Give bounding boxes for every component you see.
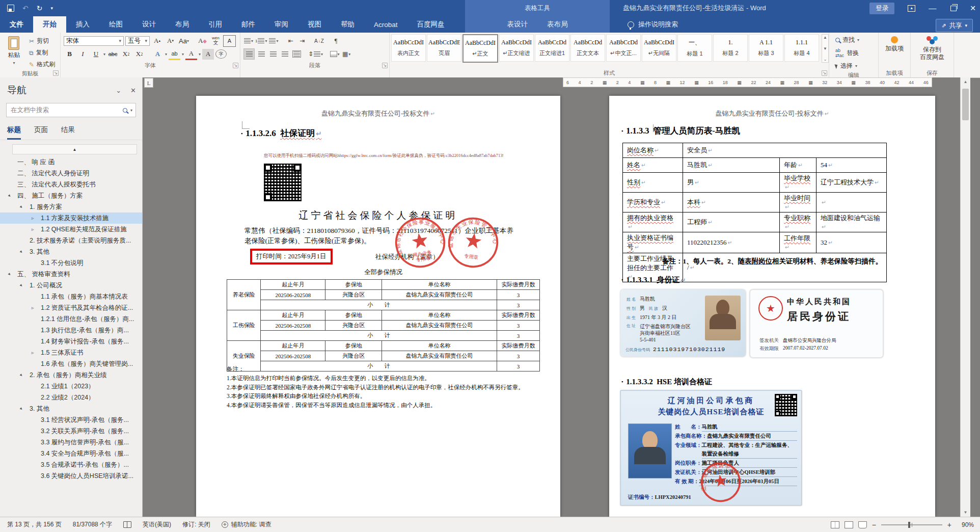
heading-item[interactable]: 1.1 方案及安装技术措施 (0, 212, 142, 224)
navigation-tab[interactable]: 页面 (34, 125, 48, 140)
contextual-tab[interactable]: 表设计 (498, 16, 538, 33)
vertical-scrollbar[interactable]: ▲ ▼ (960, 77, 970, 517)
heading-item[interactable]: 1.6 承包（服务）商关键管理岗... (0, 358, 142, 369)
dialog-launcher-icon[interactable]: ↘ (233, 63, 238, 68)
ribbon-tab[interactable]: 设计 (132, 16, 166, 33)
read-mode-icon[interactable] (831, 521, 839, 528)
cut-button[interactable]: ✂剪切 (27, 36, 57, 46)
font-size-combo[interactable]: 五号▾ (125, 36, 150, 46)
heading-item[interactable]: 1.3 执行信息-承包（服务）商... (0, 325, 142, 336)
character-shading-button[interactable]: A (202, 49, 214, 60)
heading-item[interactable]: 3.1 不分包说明 (0, 257, 142, 269)
strikethrough-button[interactable]: abc (107, 49, 119, 60)
heading-item[interactable]: 1. 服务方案 (0, 201, 142, 212)
change-case-button[interactable]: Aa▾ (178, 36, 190, 46)
contextual-tab[interactable]: 表布局 (537, 16, 578, 33)
numbered-list-button[interactable]: 1▾ (255, 36, 267, 46)
proofing-status[interactable] (123, 521, 131, 528)
language-indicator[interactable]: 英语(美国) (143, 520, 171, 529)
save-icon[interactable] (7, 5, 14, 12)
heading-item[interactable]: 1.2 QHSE相关规范及保证措施 (0, 224, 142, 235)
align-left-button[interactable] (243, 48, 255, 60)
dialog-launcher-icon[interactable]: ↘ (53, 70, 59, 76)
qat-customize-icon[interactable]: ▾ (50, 6, 53, 11)
navigation-tab[interactable]: 标题 (7, 125, 21, 140)
text-effects-button[interactable]: A (152, 49, 164, 60)
hse-cert-heading[interactable]: 1.1.3.3.2 HSE 培训合格证 (621, 377, 712, 387)
justify-button[interactable] (280, 49, 290, 59)
italic-button[interactable]: I (77, 49, 89, 60)
document-area[interactable]: L 642▦24▦8▦12▦1618▦2224▦28▦3234▦38404244… (143, 77, 970, 517)
align-right-button[interactable] (268, 49, 278, 59)
style-item[interactable]: AaBbCcDdI ↵正文缩进 (499, 34, 534, 62)
style-item[interactable]: AaBbCcDdI ↵正文 (462, 34, 498, 63)
heading-item[interactable]: 3.1 经营状况声明-承包（服务... (0, 414, 142, 425)
save-to-baidu-button[interactable]: 保存到 百度网盘 (914, 35, 950, 68)
heading-item[interactable]: 3.2 关联关系声明-承包（服务... (0, 425, 142, 437)
heading-item[interactable]: 1.1 承包（服务）商基本情况表 (0, 291, 142, 302)
close-icon[interactable]: ✕ (130, 87, 136, 94)
zoom-out-icon[interactable]: − (872, 521, 876, 529)
ribbon-tab[interactable]: 布局 (166, 16, 199, 33)
align-center-button[interactable] (256, 49, 266, 59)
replace-button[interactable]: ab⇄ac替换 (833, 47, 878, 59)
enclose-characters-button[interactable]: 字 (215, 49, 227, 59)
gallery-up-icon[interactable]: ▲ (823, 35, 827, 40)
heading-item[interactable]: 一、 响 应 函 (0, 156, 142, 168)
tell-me-search[interactable]: 操作说明搜索 (628, 16, 678, 33)
style-item[interactable]: AaBbCcDd ↵中文正... (606, 34, 641, 62)
shrink-font-button[interactable]: A▾ (165, 36, 176, 46)
heading-item[interactable]: 3.5 合规承诺书-承包（服务）... (0, 459, 142, 470)
heading-item[interactable]: 2. 承包（服务）商相关业绩 (0, 369, 142, 381)
accessibility-indicator[interactable]: ✛辅助功能: 调查 (222, 520, 271, 529)
font-color-button[interactable]: A (185, 48, 197, 60)
tab-stop-selector[interactable]: L (144, 78, 153, 88)
style-item[interactable]: AaBbCcDdEe 页眉 (427, 34, 461, 62)
id-card-front-image[interactable]: 姓 名马胜凯 性 别男 民 族汉 出 生1971 年 3 月 2 日 住 址 辽… (620, 289, 746, 357)
ribbon-display-options-icon[interactable]: ▲ (908, 5, 915, 12)
gallery-down-icon[interactable]: ▼ (823, 46, 827, 51)
scroll-up-icon[interactable]: ▲ (961, 77, 970, 86)
subscript-button[interactable]: X2 (120, 49, 132, 60)
heading-item[interactable]: 3. 其他 (0, 403, 142, 414)
style-item[interactable]: A 1.1 标题 3 (749, 34, 783, 62)
print-layout-icon[interactable] (845, 521, 853, 528)
highlight-button[interactable]: ab (169, 48, 180, 60)
heading-item[interactable]: 2.1 业绩1（2023） (0, 381, 142, 392)
clear-formatting-button[interactable]: A◆ (197, 36, 208, 46)
superscript-button[interactable]: X2 (133, 49, 145, 60)
undo-icon[interactable]: ↶ (22, 5, 29, 12)
ribbon-tab[interactable]: 插入 (66, 16, 99, 33)
heading-item[interactable]: 四、 施工（服务）方案 (0, 190, 142, 201)
ribbon-tab[interactable]: 开始 (33, 16, 66, 33)
style-item[interactable]: 1.1.1 标题 4 (784, 34, 819, 62)
heading-item[interactable]: 2. 技术服务承诺（主要说明服务质... (0, 235, 142, 246)
phonetic-guide-button[interactable]: wén文 (210, 36, 222, 46)
heading-item[interactable]: 3.4 安全与合规声明-承包（服... (0, 448, 142, 459)
sign-in-button[interactable]: 登录 (869, 3, 894, 14)
increase-indent-button[interactable]: ⇥ (297, 36, 307, 46)
redo-icon[interactable]: ↻ (37, 5, 43, 12)
restore-icon[interactable] (950, 6, 957, 11)
close-icon[interactable]: ✕ (970, 4, 976, 12)
heading-item[interactable]: 3.3 履约与信誉声明-承包（服... (0, 437, 142, 448)
section-heading[interactable]: 1.1.3.2.6 社保证明 (241, 127, 322, 139)
share-button[interactable]: ⇗ 共享 ▾ (936, 19, 973, 32)
bold-button[interactable]: B (64, 49, 75, 60)
distribute-button[interactable] (291, 49, 302, 59)
zoom-slider[interactable] (881, 524, 942, 525)
ribbon-tab[interactable]: Acrobat (364, 16, 407, 33)
heading-item[interactable]: 1.2.1 信用信息-承包（服务）商... (0, 313, 142, 325)
heading-item[interactable]: 2.2 业绩2（2024） (0, 392, 142, 403)
collapse-headings-strip[interactable]: ▲ (12, 144, 137, 154)
id-card-back-image[interactable]: ★ 中华人民共和国 居民身份证 签发机关盘锦市公安局兴隆台分局 有效期限2007… (750, 289, 883, 358)
underline-button[interactable]: U (90, 49, 102, 60)
minimize-icon[interactable]: — (929, 7, 936, 10)
id-card-heading[interactable]: 1.1.3.3.1 身份证 (621, 275, 686, 285)
search-input[interactable] (10, 106, 120, 114)
section-heading[interactable]: 1.1.3.3 管理人员简历表-马胜凯 (621, 125, 740, 137)
heading-item[interactable]: 二、 法定代表人身份证明 (0, 168, 142, 179)
addins-button[interactable]: 加载项 (882, 35, 907, 68)
web-layout-icon[interactable] (858, 521, 867, 528)
ribbon-tab[interactable]: 邮件 (232, 16, 265, 33)
